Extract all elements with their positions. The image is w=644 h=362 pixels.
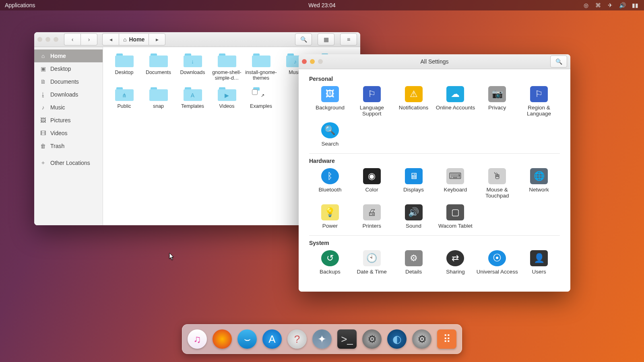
settings-item-online-accounts[interactable]: ☁Online Accounts: [435, 86, 477, 117]
settings-titlebar[interactable]: All Settings 🔍: [299, 54, 570, 69]
folder-item[interactable]: Documents: [141, 53, 175, 81]
sidebar-item-pictures[interactable]: 🖼Pictures: [34, 114, 103, 127]
settings-item-wacom-tablet[interactable]: ▢Wacom Tablet: [435, 204, 477, 229]
path-next-button[interactable]: ▸: [149, 33, 165, 45]
sidebar-item-home[interactable]: ⌂Home: [34, 49, 103, 62]
sidebar-item-label: Other Locations: [50, 160, 90, 166]
applications-menu[interactable]: Applications: [5, 2, 35, 8]
maximize-button[interactable]: [54, 37, 58, 42]
settings-item-sharing[interactable]: ⇄Sharing: [435, 250, 477, 275]
search-button[interactable]: 🔍: [295, 33, 312, 45]
share-icon: ⇄: [446, 250, 464, 266]
settings-body: Personal🖼Background⚐Language Support⚠Not…: [299, 69, 570, 292]
settings-item-label: Printers: [351, 223, 393, 229]
path-prev-button[interactable]: ◂: [102, 33, 119, 45]
folder-icon: [252, 53, 270, 67]
settings-item-date-time[interactable]: 🕙Date & Time: [351, 250, 393, 275]
settings-item-label: Universal Access: [476, 269, 518, 275]
settings-item-notifications[interactable]: ⚠Notifications: [393, 86, 435, 117]
dock-terminal[interactable]: >_: [337, 329, 357, 349]
sidebar-item-label: Downloads: [50, 91, 78, 98]
sidebar-item-documents[interactable]: 🗎Documents: [34, 75, 103, 88]
flag-icon: ⚐: [363, 86, 381, 102]
maximize-button[interactable]: [318, 59, 323, 64]
cloud-icon: ☁: [446, 86, 464, 102]
tray-settings-icon[interactable]: ◎: [583, 2, 589, 8]
forward-button[interactable]: ›: [80, 33, 97, 45]
minimize-button[interactable]: [310, 59, 315, 64]
dock-system-settings[interactable]: ⚙: [412, 329, 431, 349]
folder-item[interactable]: ▶Videos: [210, 87, 244, 109]
settings-item-users[interactable]: 👤Users: [518, 250, 560, 275]
settings-item-displays[interactable]: 🖥Displays: [393, 168, 435, 199]
close-button[interactable]: [37, 37, 42, 42]
folder-item[interactable]: install-gnome-themes: [244, 53, 278, 81]
tray-network-icon[interactable]: ⌘: [595, 2, 601, 8]
videos-icon: 🎞: [40, 130, 46, 136]
settings-item-label: Language Support: [351, 105, 393, 117]
settings-item-label: Backups: [309, 269, 351, 275]
settings-item-language-support[interactable]: ⚐Language Support: [351, 86, 393, 117]
settings-item-search[interactable]: 🔍Search: [309, 122, 351, 147]
window-controls: [302, 59, 323, 64]
folder-item[interactable]: ↗Examples: [244, 87, 278, 109]
settings-item-printers[interactable]: 🖨Printers: [351, 204, 393, 229]
breadcrumb-home[interactable]: ⌂ Home: [119, 33, 149, 45]
dock-screenshot[interactable]: ✦: [312, 329, 332, 349]
settings-item-backups[interactable]: ↺Backups: [309, 250, 351, 275]
dock-finder[interactable]: ⌣: [237, 329, 257, 349]
settings-item-bluetooth[interactable]: ᛒBluetooth: [309, 168, 351, 199]
dock-firefox[interactable]: [213, 329, 232, 349]
settings-item-color[interactable]: ◉Color: [351, 168, 393, 199]
back-button[interactable]: ‹: [64, 33, 80, 45]
sidebar-item-music[interactable]: ♪Music: [34, 101, 103, 114]
view-grid-button[interactable]: ▦: [318, 33, 334, 45]
dock-help[interactable]: ?: [287, 329, 307, 349]
folder-item[interactable]: snap: [141, 87, 175, 109]
sidebar-item-videos[interactable]: 🎞Videos: [34, 127, 103, 140]
files-titlebar[interactable]: ‹ › ◂ ⌂ Home ▸ 🔍 ▦ ≡: [34, 32, 360, 47]
desktop-icon: ▣: [40, 66, 46, 72]
sidebar-item-desktop[interactable]: ▣Desktop: [34, 62, 103, 75]
settings-item-power[interactable]: 💡Power: [309, 204, 351, 229]
tray-battery-icon[interactable]: ▮▮: [631, 2, 639, 8]
settings-item-network[interactable]: 🌐Network: [518, 168, 560, 199]
minimize-button[interactable]: [45, 37, 50, 42]
folder-item[interactable]: ⋔Public: [107, 87, 141, 109]
cursor-icon: [169, 253, 175, 261]
settings-item-label: Mouse & Touchpad: [476, 187, 518, 199]
settings-item-details[interactable]: ⚙Details: [393, 250, 435, 275]
tray-airplane-icon[interactable]: ✈: [607, 2, 613, 8]
dock-appstore[interactable]: A: [262, 329, 282, 349]
sidebar-other-locations[interactable]: ＋Other Locations: [34, 156, 103, 169]
sidebar-item-trash[interactable]: 🗑Trash: [34, 140, 103, 152]
settings-item-keyboard[interactable]: ⌨Keyboard: [435, 168, 477, 199]
settings-item-mouse-touchpad[interactable]: 🖱Mouse & Touchpad: [476, 168, 518, 199]
folder-item[interactable]: gnome-shell-simple-d…: [210, 53, 244, 81]
hamburger-menu-button[interactable]: ≡: [340, 33, 357, 45]
settings-item-privacy[interactable]: 📷Privacy: [476, 86, 518, 117]
tray-volume-icon[interactable]: 🔊: [619, 2, 625, 8]
clock[interactable]: Wed 23:04: [308, 2, 335, 8]
folder-icon: ▶: [218, 87, 236, 101]
settings-window: All Settings 🔍 Personal🖼Background⚐Langu…: [299, 54, 570, 292]
settings-item-label: Details: [393, 269, 435, 275]
settings-item-background[interactable]: 🖼Background: [309, 86, 351, 117]
settings-item-sound[interactable]: 🔊Sound: [393, 204, 435, 229]
settings-search-button[interactable]: 🔍: [550, 56, 567, 68]
sidebar-item-downloads[interactable]: ⭳Downloads: [34, 88, 103, 101]
backup-icon: ↺: [321, 250, 339, 266]
dock-apps-grid[interactable]: ⠿: [437, 329, 456, 349]
dock-settings-gear[interactable]: ⚙: [362, 329, 382, 349]
folder-item[interactable]: ATemplates: [175, 87, 210, 109]
user-icon: 👤: [530, 250, 548, 266]
folder-item[interactable]: ↓Downloads: [175, 53, 210, 81]
settings-item-region-language[interactable]: ⚐Region & Language: [518, 86, 560, 117]
folder-item[interactable]: Desktop: [107, 53, 141, 81]
folder-label: snap: [141, 103, 175, 109]
settings-item-universal-access[interactable]: ⦿Universal Access: [476, 250, 518, 275]
pictures-icon: 🖼: [40, 117, 46, 123]
close-button[interactable]: [302, 59, 307, 64]
dock-itunes[interactable]: ♫: [188, 329, 207, 349]
dock-dash[interactable]: ◐: [387, 329, 407, 349]
